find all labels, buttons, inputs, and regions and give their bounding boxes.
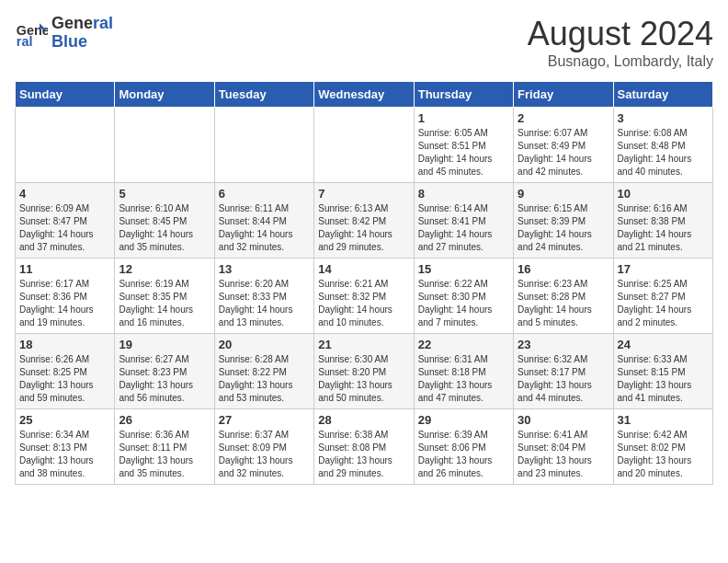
day-number: 12 [119,262,210,276]
day-cell: 27Sunrise: 6:37 AM Sunset: 8:09 PM Dayli… [214,409,313,485]
day-info: Sunrise: 6:37 AM Sunset: 8:09 PM Dayligh… [219,429,310,480]
day-number: 16 [518,262,609,276]
header-cell-tuesday: Tuesday [214,82,313,108]
day-number: 4 [19,187,110,201]
day-number: 8 [418,187,509,201]
day-number: 28 [318,413,409,427]
logo: Gene ral General Blue [15,15,113,52]
day-number: 2 [518,111,609,125]
header-cell-monday: Monday [115,82,214,108]
day-info: Sunrise: 6:19 AM Sunset: 8:35 PM Dayligh… [119,278,210,329]
day-cell: 22Sunrise: 6:31 AM Sunset: 8:18 PM Dayli… [414,334,513,409]
day-info: Sunrise: 6:16 AM Sunset: 8:38 PM Dayligh… [618,202,709,254]
day-cell: 30Sunrise: 6:41 AM Sunset: 8:04 PM Dayli… [514,409,613,485]
day-cell: 15Sunrise: 6:22 AM Sunset: 8:30 PM Dayli… [414,259,513,334]
day-cell: 14Sunrise: 6:21 AM Sunset: 8:32 PM Dayli… [314,259,414,334]
day-cell: 24Sunrise: 6:33 AM Sunset: 8:15 PM Dayli… [613,334,712,409]
week-row-2: 4Sunrise: 6:09 AM Sunset: 8:47 PM Daylig… [16,183,713,259]
month-title: August 2024 [528,15,713,53]
day-cell: 29Sunrise: 6:39 AM Sunset: 8:06 PM Dayli… [414,409,513,485]
day-cell: 19Sunrise: 6:27 AM Sunset: 8:23 PM Dayli… [115,334,214,409]
day-number: 22 [418,338,509,351]
day-number: 23 [518,338,609,351]
day-info: Sunrise: 6:23 AM Sunset: 8:28 PM Dayligh… [518,278,609,329]
day-cell: 6Sunrise: 6:11 AM Sunset: 8:44 PM Daylig… [214,183,313,259]
day-cell: 11Sunrise: 6:17 AM Sunset: 8:36 PM Dayli… [16,259,115,334]
day-info: Sunrise: 6:42 AM Sunset: 8:02 PM Dayligh… [618,429,709,480]
calendar-table: SundayMondayTuesdayWednesdayThursdayFrid… [15,81,713,485]
day-cell: 10Sunrise: 6:16 AM Sunset: 8:38 PM Dayli… [613,183,712,259]
day-info: Sunrise: 6:30 AM Sunset: 8:20 PM Dayligh… [318,353,409,405]
day-number: 9 [518,187,609,201]
day-info: Sunrise: 6:05 AM Sunset: 8:51 PM Dayligh… [418,127,509,178]
day-number: 1 [418,111,509,125]
day-info: Sunrise: 6:39 AM Sunset: 8:06 PM Dayligh… [418,429,509,480]
title-area: August 2024 Busnago, Lombardy, Italy [528,15,713,70]
day-cell: 7Sunrise: 6:13 AM Sunset: 8:42 PM Daylig… [314,183,414,259]
day-number: 26 [119,413,210,427]
day-cell: 18Sunrise: 6:26 AM Sunset: 8:25 PM Dayli… [16,334,115,409]
day-info: Sunrise: 6:27 AM Sunset: 8:23 PM Dayligh… [119,353,210,405]
day-cell [214,108,313,183]
day-cell: 28Sunrise: 6:38 AM Sunset: 8:08 PM Dayli… [314,409,414,485]
day-info: Sunrise: 6:38 AM Sunset: 8:08 PM Dayligh… [318,429,409,480]
day-number: 31 [618,413,709,427]
day-info: Sunrise: 6:08 AM Sunset: 8:48 PM Dayligh… [618,127,709,178]
day-cell: 13Sunrise: 6:20 AM Sunset: 8:33 PM Dayli… [214,259,313,334]
day-cell [314,108,414,183]
day-number: 20 [219,338,310,351]
day-info: Sunrise: 6:17 AM Sunset: 8:36 PM Dayligh… [19,278,110,329]
header: Gene ral General Blue August 2024 Busnag… [15,15,713,70]
day-cell: 25Sunrise: 6:34 AM Sunset: 8:13 PM Dayli… [16,409,115,485]
day-number: 14 [318,262,409,276]
day-info: Sunrise: 6:41 AM Sunset: 8:04 PM Dayligh… [518,429,609,480]
day-number: 21 [318,338,409,351]
day-cell [16,108,115,183]
day-info: Sunrise: 6:36 AM Sunset: 8:11 PM Dayligh… [119,429,210,480]
day-info: Sunrise: 6:09 AM Sunset: 8:47 PM Dayligh… [19,202,110,254]
day-cell: 31Sunrise: 6:42 AM Sunset: 8:02 PM Dayli… [613,409,712,485]
day-info: Sunrise: 6:14 AM Sunset: 8:41 PM Dayligh… [418,202,509,254]
week-row-5: 25Sunrise: 6:34 AM Sunset: 8:13 PM Dayli… [16,409,713,485]
day-info: Sunrise: 6:34 AM Sunset: 8:13 PM Dayligh… [19,429,110,480]
day-cell: 20Sunrise: 6:28 AM Sunset: 8:22 PM Dayli… [214,334,313,409]
day-info: Sunrise: 6:22 AM Sunset: 8:30 PM Dayligh… [418,278,509,329]
day-number: 11 [19,262,110,276]
week-row-4: 18Sunrise: 6:26 AM Sunset: 8:25 PM Dayli… [16,334,713,409]
week-row-1: 1Sunrise: 6:05 AM Sunset: 8:51 PM Daylig… [16,108,713,183]
logo-line2: Blue [51,33,113,52]
day-cell: 16Sunrise: 6:23 AM Sunset: 8:28 PM Dayli… [514,259,613,334]
logo-line1: General [51,15,113,33]
day-info: Sunrise: 6:07 AM Sunset: 8:49 PM Dayligh… [518,127,609,178]
day-number: 10 [618,187,709,201]
day-cell [115,108,214,183]
location-title: Busnago, Lombardy, Italy [528,53,713,70]
day-number: 15 [418,262,509,276]
day-number: 6 [219,187,310,201]
day-info: Sunrise: 6:13 AM Sunset: 8:42 PM Dayligh… [318,202,409,254]
day-number: 24 [618,338,709,351]
day-number: 29 [418,413,509,427]
day-number: 18 [19,338,110,351]
day-number: 27 [219,413,310,427]
day-info: Sunrise: 6:11 AM Sunset: 8:44 PM Dayligh… [219,202,310,254]
header-cell-friday: Friday [514,82,613,108]
day-info: Sunrise: 6:21 AM Sunset: 8:32 PM Dayligh… [318,278,409,329]
day-info: Sunrise: 6:32 AM Sunset: 8:17 PM Dayligh… [518,353,609,405]
day-number: 25 [19,413,110,427]
day-number: 7 [318,187,409,201]
header-cell-thursday: Thursday [414,82,513,108]
week-row-3: 11Sunrise: 6:17 AM Sunset: 8:36 PM Dayli… [16,259,713,334]
day-cell: 1Sunrise: 6:05 AM Sunset: 8:51 PM Daylig… [414,108,513,183]
day-info: Sunrise: 6:28 AM Sunset: 8:22 PM Dayligh… [219,353,310,405]
day-info: Sunrise: 6:10 AM Sunset: 8:45 PM Dayligh… [119,202,210,254]
day-info: Sunrise: 6:33 AM Sunset: 8:15 PM Dayligh… [618,353,709,405]
day-cell: 4Sunrise: 6:09 AM Sunset: 8:47 PM Daylig… [16,183,115,259]
day-info: Sunrise: 6:26 AM Sunset: 8:25 PM Dayligh… [19,353,110,405]
day-number: 17 [618,262,709,276]
day-cell: 2Sunrise: 6:07 AM Sunset: 8:49 PM Daylig… [514,108,613,183]
day-cell: 21Sunrise: 6:30 AM Sunset: 8:20 PM Dayli… [314,334,414,409]
svg-text:ral: ral [17,34,33,49]
day-cell: 3Sunrise: 6:08 AM Sunset: 8:48 PM Daylig… [613,108,712,183]
day-cell: 12Sunrise: 6:19 AM Sunset: 8:35 PM Dayli… [115,259,214,334]
